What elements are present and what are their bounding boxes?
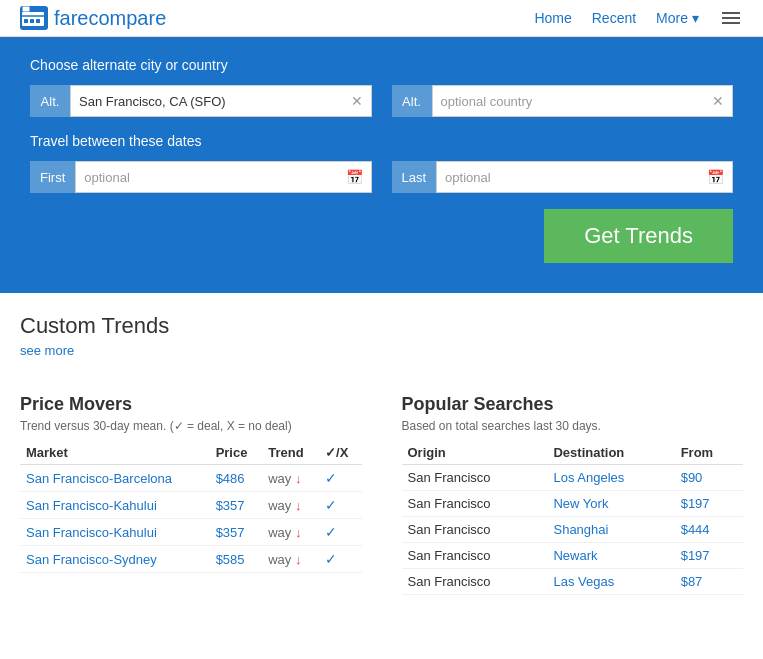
trend-cell: way ↓ [262,465,319,492]
price-movers-header-row: Market Price Trend ✓/X [20,441,362,465]
svg-rect-6 [36,19,40,23]
alt-country-tag: Alt. [392,85,432,117]
trend-cell: way ↓ [262,519,319,546]
col-destination-header: Destination [547,441,674,465]
navbar: farecompare Home Recent More ▾ [0,0,763,37]
table-row: San Francisco Los Angeles $90 [402,465,744,491]
destination-link[interactable]: Newark [553,548,597,563]
first-date-input-wrap: 📅 [75,161,371,193]
col-market-header: Market [20,441,210,465]
table-row: San Francisco-Kahului $357 way ↓ ✓ [20,492,362,519]
origin-cell: San Francisco [402,491,548,517]
from-price-cell: $444 [675,517,743,543]
svg-rect-1 [22,6,30,12]
alt-country-clear-icon[interactable]: ✕ [712,93,724,109]
destination-link[interactable]: Las Vegas [553,574,614,589]
alt-city-field: Alt. ✕ [30,85,372,117]
from-price-cell: $197 [675,491,743,517]
alt-city-clear-icon[interactable]: ✕ [351,93,363,109]
popular-searches-section: Popular Searches Based on total searches… [402,394,744,595]
first-calendar-icon[interactable]: 📅 [346,169,363,185]
alt-city-input[interactable] [79,94,347,109]
search-panel: Choose alternate city or country Alt. ✕ … [0,37,763,293]
alt-country-field: Alt. ✕ [392,85,734,117]
first-date-field: First 📅 [30,161,372,193]
alt-city-input-wrap: ✕ [70,85,372,117]
table-row: San Francisco-Barcelona $486 way ↓ ✓ [20,465,362,492]
check-cell: ✓ [319,519,361,546]
chevron-down-icon: ▾ [692,10,699,26]
market-link[interactable]: San Francisco-Sydney [26,552,157,567]
last-date-tag: Last [392,161,437,193]
destination-link[interactable]: Shanghai [553,522,608,537]
col-from-header: From [675,441,743,465]
alt-country-input[interactable] [441,94,709,109]
price-cell: $486 [210,465,263,492]
col-check-header: ✓/X [319,441,361,465]
popular-searches-title: Popular Searches [402,394,744,415]
table-row: San Francisco-Sydney $585 way ↓ ✓ [20,546,362,573]
price-cell: $357 [210,519,263,546]
price-movers-subtitle: Trend versus 30-day mean. (✓ = deal, X =… [20,419,362,433]
date-label: Travel between these dates [30,133,733,149]
price-cell: $585 [210,546,263,573]
nav-more-dropdown[interactable]: More ▾ [656,10,699,26]
two-column-layout: Price Movers Trend versus 30-day mean. (… [20,394,743,595]
market-link[interactable]: San Francisco-Kahului [26,525,157,540]
hamburger-menu-icon[interactable] [719,9,743,27]
origin-cell: San Francisco [402,543,548,569]
from-price-cell: $87 [675,569,743,595]
nav-home-link[interactable]: Home [534,10,571,26]
first-date-tag: First [30,161,75,193]
popular-searches-subtitle: Based on total searches last 30 days. [402,419,744,433]
market-link[interactable]: San Francisco-Barcelona [26,471,172,486]
nav-links: Home Recent More ▾ [534,9,743,27]
alt-country-input-wrap: ✕ [432,85,734,117]
price-movers-table: Market Price Trend ✓/X San Francisco-Bar… [20,441,362,573]
content-area: Custom Trends see more Price Movers Tren… [0,293,763,625]
first-date-input[interactable] [84,170,341,185]
last-date-input[interactable] [445,170,703,185]
table-row: San Francisco Las Vegas $87 [402,569,744,595]
col-origin-header: Origin [402,441,548,465]
check-cell: ✓ [319,465,361,492]
last-date-field: Last 📅 [392,161,734,193]
origin-cell: San Francisco [402,569,548,595]
table-row: San Francisco-Kahului $357 way ↓ ✓ [20,519,362,546]
check-cell: ✓ [319,492,361,519]
alt-city-label: Choose alternate city or country [30,57,733,73]
logo[interactable]: farecompare [20,6,166,30]
destination-link[interactable]: New York [553,496,608,511]
logo-text: farecompare [54,7,166,30]
nav-recent-link[interactable]: Recent [592,10,636,26]
last-calendar-icon[interactable]: 📅 [707,169,724,185]
table-row: San Francisco Shanghai $444 [402,517,744,543]
price-cell: $357 [210,492,263,519]
date-row: First 📅 Last 📅 [30,161,733,193]
from-price-cell: $90 [675,465,743,491]
origin-cell: San Francisco [402,517,548,543]
last-date-input-wrap: 📅 [436,161,733,193]
custom-trends-title: Custom Trends [20,313,743,339]
market-link[interactable]: San Francisco-Kahului [26,498,157,513]
get-trends-button[interactable]: Get Trends [544,209,733,263]
check-cell: ✓ [319,546,361,573]
table-row: San Francisco Newark $197 [402,543,744,569]
svg-rect-4 [24,19,28,23]
destination-link[interactable]: Los Angeles [553,470,624,485]
price-movers-title: Price Movers [20,394,362,415]
table-row: San Francisco New York $197 [402,491,744,517]
alt-city-tag: Alt. [30,85,70,117]
nav-more-label: More [656,10,688,26]
popular-searches-table: Origin Destination From San Francisco Lo… [402,441,744,595]
price-movers-section: Price Movers Trend versus 30-day mean. (… [20,394,362,595]
col-trend-header: Trend [262,441,319,465]
from-price-cell: $197 [675,543,743,569]
popular-searches-header-row: Origin Destination From [402,441,744,465]
svg-rect-5 [30,19,34,23]
see-more-link[interactable]: see more [20,343,74,358]
trend-cell: way ↓ [262,546,319,573]
logo-icon [20,6,48,30]
origin-cell: San Francisco [402,465,548,491]
alt-city-row: Alt. ✕ Alt. ✕ [30,85,733,117]
